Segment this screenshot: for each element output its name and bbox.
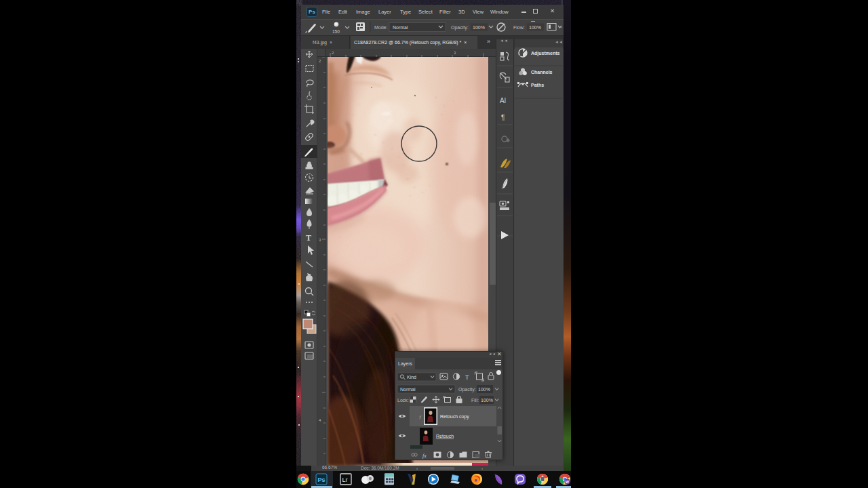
svg-text:Mode:: Mode: [374, 25, 388, 30]
svg-text:Normal: Normal [400, 387, 416, 392]
svg-text:100%: 100% [481, 398, 493, 403]
svg-text:Flow:: Flow: [513, 25, 525, 30]
svg-text:ƒ: ƒ [419, 414, 422, 420]
svg-text:100%: 100% [473, 25, 485, 30]
svg-text:Retouch: Retouch [436, 434, 454, 439]
svg-text:3: 3 [454, 51, 456, 55]
svg-text:W: W [566, 480, 570, 484]
svg-text:Normal: Normal [393, 25, 408, 30]
svg-text:T: T [306, 233, 311, 243]
svg-text:T: T [465, 374, 469, 381]
svg-text:◄◄: ◄◄ [500, 39, 508, 43]
svg-text:fx: fx [422, 453, 427, 459]
svg-text:Channels: Channels [531, 70, 553, 75]
svg-text:Lock:: Lock: [397, 398, 409, 403]
svg-text:Kind: Kind [407, 375, 416, 380]
svg-text:100%: 100% [529, 25, 541, 30]
svg-text:2: 2 [332, 51, 334, 55]
svg-text:Opacity:: Opacity: [458, 387, 476, 392]
svg-text:·: · [561, 24, 563, 30]
svg-text:100%: 100% [478, 387, 490, 392]
svg-text:Al: Al [500, 97, 506, 104]
svg-text:¶: ¶ [501, 114, 505, 121]
svg-text:Paths: Paths [531, 83, 544, 87]
svg-text:Adjustments: Adjustments [531, 51, 560, 56]
svg-text:3: 3 [319, 238, 321, 242]
svg-text:150: 150 [332, 29, 340, 34]
svg-text:Retouch copy: Retouch copy [440, 414, 469, 420]
svg-text:Lr: Lr [342, 476, 348, 483]
svg-text:Opacity:: Opacity: [451, 25, 469, 30]
svg-text:4: 4 [319, 418, 321, 422]
svg-text:Ps: Ps [318, 476, 326, 483]
svg-text:2: 2 [319, 59, 321, 63]
svg-text:Fill:: Fill: [471, 398, 479, 403]
